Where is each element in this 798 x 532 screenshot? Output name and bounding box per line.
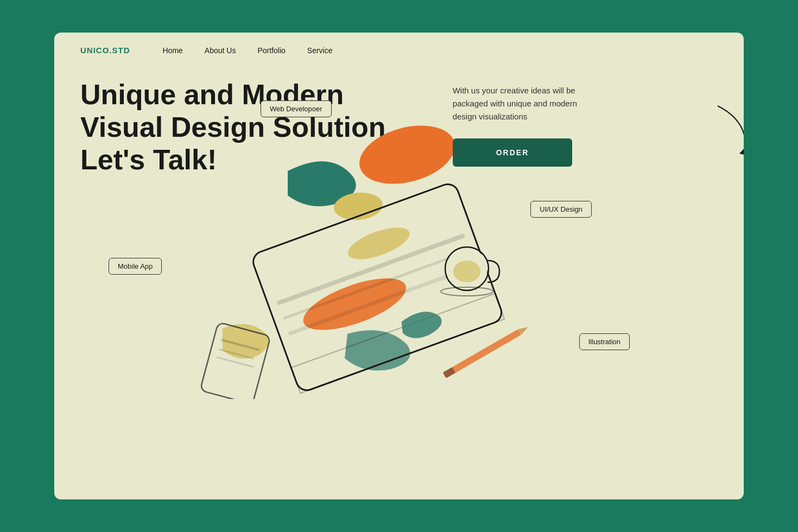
navigation: UNICO.STD Home About Us Portfolio Servic… <box>54 33 744 68</box>
svg-marker-20 <box>739 147 744 156</box>
svg-line-12 <box>217 357 253 367</box>
hero-right: With us your creative ideas will be pack… <box>431 79 718 176</box>
badge-uiux: UI/UX Design <box>530 201 592 218</box>
order-button[interactable]: ORDER <box>453 138 573 167</box>
badge-illustration: Illustration <box>579 333 630 350</box>
badge-mobile-app: Mobile App <box>109 258 162 275</box>
browser-frame: UNICO.STD Home About Us Portfolio Servic… <box>54 33 744 499</box>
nav-service[interactable]: Service <box>307 46 333 55</box>
hero-description: With us your creative ideas will be pack… <box>453 84 594 123</box>
badge-web-developer: Web Developoer <box>261 100 332 117</box>
logo[interactable]: UNICO.STD <box>80 46 130 55</box>
hero-left: Unique and Modern Visual Design Solution… <box>80 79 431 176</box>
nav-about[interactable]: About Us <box>205 46 236 55</box>
arrow-decoration <box>707 100 744 166</box>
svg-line-6 <box>290 268 469 333</box>
svg-point-15 <box>453 261 480 282</box>
hero-section: Unique and Modern Visual Design Solution… <box>54 68 744 176</box>
nav-home[interactable]: Home <box>163 46 183 55</box>
nav-portfolio[interactable]: Portfolio <box>257 46 285 55</box>
